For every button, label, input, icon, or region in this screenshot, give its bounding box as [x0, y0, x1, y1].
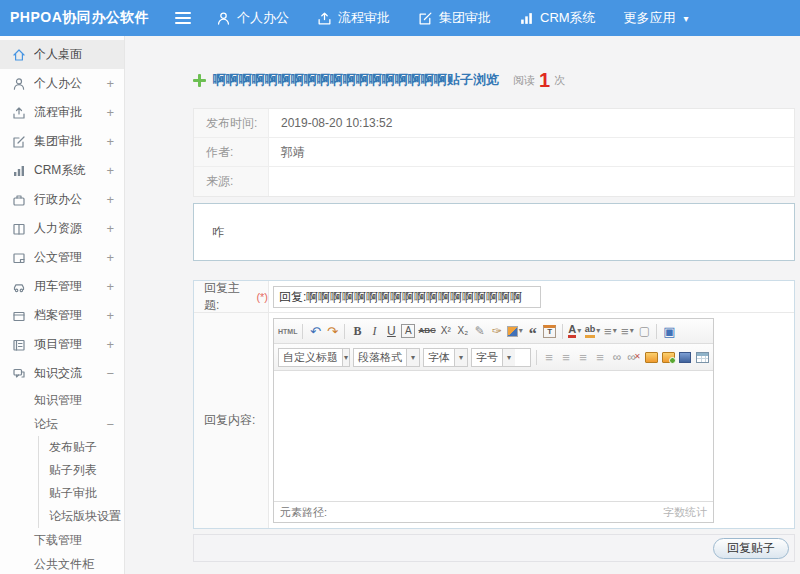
date-icon: T	[543, 325, 556, 338]
word-count-label[interactable]: 字数统计	[663, 505, 707, 520]
insert-table-button[interactable]	[695, 349, 709, 366]
workflow-icon	[12, 106, 26, 120]
editor-toolbar-row2: 自定义标题▾ 段落格式▾ 字体▾ 字号▾ ≡ ≡ ≡ ≡ ∞ ∞✕	[274, 344, 713, 371]
flash-icon	[662, 352, 675, 363]
topnav-label: 流程审批	[338, 9, 390, 27]
underline-button[interactable]: U	[384, 323, 398, 340]
eraser-icon[interactable]: ✎	[473, 323, 487, 340]
new-page-button[interactable]: ▢	[637, 323, 651, 340]
post-content-text: 咋	[212, 225, 224, 239]
align-right-button[interactable]: ≡	[576, 349, 590, 366]
italic-button[interactable]: I	[367, 323, 381, 340]
align-center-button[interactable]: ≡	[559, 349, 573, 366]
caret-down-icon: ▾	[630, 327, 634, 335]
topnav: 个人办公 流程审批 集团审批 CRM系统 更多应用 ▾	[216, 9, 689, 27]
sidebar-item-workflow-approval[interactable]: 流程审批 +	[0, 98, 124, 127]
sidebar-item-personal-office[interactable]: 个人办公 +	[0, 69, 124, 98]
expand-icon[interactable]: +	[102, 221, 114, 236]
reply-submit-button[interactable]: 回复贴子	[713, 538, 789, 559]
heading-select[interactable]: 自定义标题▾	[278, 348, 350, 367]
sidebar-subitem-knowledge-management[interactable]: 知识管理	[0, 388, 124, 412]
expand-icon[interactable]: +	[102, 308, 114, 323]
fullscreen-button[interactable]: ▣	[662, 323, 676, 340]
home-icon	[12, 48, 26, 62]
sidebar-subitem-forum[interactable]: 论坛 −	[0, 412, 124, 436]
font-family-select[interactable]: 字体▾	[423, 348, 468, 367]
highlight-color-button[interactable]: ab▾	[585, 323, 601, 340]
ordered-list-button[interactable]: ≡▾	[603, 323, 617, 340]
subscript-button[interactable]: X₂	[456, 323, 470, 340]
sidebar-item-archive-management[interactable]: 档案管理 +	[0, 301, 124, 330]
collapse-icon[interactable]: −	[102, 366, 114, 381]
sidebar-item-document-management[interactable]: 公文管理 +	[0, 243, 124, 272]
sidebar-subitem-topic-list[interactable]: 贴子列表	[39, 459, 124, 482]
add-icon[interactable]	[193, 74, 206, 87]
unordered-list-button[interactable]: ≡▾	[620, 323, 634, 340]
bold-button[interactable]: B	[350, 323, 364, 340]
topnav-workflow-approval[interactable]: 流程审批	[317, 9, 390, 27]
paragraph-format-select[interactable]: 段落格式▾	[353, 348, 420, 367]
sidebar-item-personal-desktop[interactable]: 个人桌面	[0, 40, 124, 69]
sidebar-item-knowledge-exchange[interactable]: 知识交流 −	[0, 359, 124, 388]
insert-date-button[interactable]: T	[543, 323, 557, 340]
blockquote-button[interactable]: “	[526, 323, 540, 340]
collapse-icon[interactable]: −	[102, 417, 114, 432]
required-mark: (*)	[256, 291, 268, 303]
expand-icon[interactable]: +	[102, 250, 114, 265]
reply-subject-input[interactable]	[273, 286, 541, 308]
superscript-button[interactable]: X²	[439, 323, 453, 340]
sidebar-subitem-public-file-cabinet[interactable]: 公共文件柜	[0, 552, 124, 574]
fill-color-button[interactable]: ▾	[507, 323, 523, 340]
expand-icon[interactable]: +	[102, 279, 114, 294]
table-icon	[696, 352, 709, 363]
expand-icon[interactable]: +	[102, 163, 114, 178]
editor-edit-area[interactable]	[274, 371, 713, 501]
insert-link-button[interactable]: ∞	[610, 349, 624, 366]
sidebar: 个人桌面 个人办公 + 流程审批 + 集团审批 + CRM系统 + 行政办公 +	[0, 36, 125, 574]
topnav-crm-system[interactable]: CRM系统	[519, 9, 596, 27]
expand-icon[interactable]: +	[102, 192, 114, 207]
hamburger-menu-icon[interactable]	[174, 9, 192, 28]
post-content-box: 咋	[193, 203, 795, 261]
remove-link-button[interactable]: ∞✕	[627, 349, 641, 366]
sidebar-subitem-forum-section-settings[interactable]: 论坛版块设置	[39, 505, 124, 528]
table-row-publish-time: 发布时间: 2019-08-20 10:13:52	[194, 109, 794, 138]
font-color-button[interactable]: A▾	[568, 323, 582, 340]
topnav-group-approval[interactable]: 集团审批	[418, 9, 491, 27]
sidebar-item-project-management[interactable]: 项目管理 +	[0, 330, 124, 359]
topnav-more-apps[interactable]: 更多应用 ▾	[624, 9, 689, 27]
sidebar-item-group-approval[interactable]: 集团审批 +	[0, 127, 124, 156]
sidebar-subitem-post-topic[interactable]: 发布贴子	[39, 436, 124, 459]
remove-format-button[interactable]: A	[401, 324, 415, 338]
sidebar-item-crm-system[interactable]: CRM系统 +	[0, 156, 124, 185]
sidebar-subitem-topic-approval[interactable]: 贴子审批	[39, 482, 124, 505]
expand-icon[interactable]: +	[102, 105, 114, 120]
caret-down-icon: ▾	[342, 349, 349, 366]
sidebar-item-admin-office[interactable]: 行政办公 +	[0, 185, 124, 214]
row-value	[269, 167, 794, 196]
toolbar-separator	[562, 324, 563, 339]
insert-image-button[interactable]	[644, 349, 658, 366]
editor-toolbar-row1: HTML ↶ ↷ B I U A ABC X² X₂ ✎ ✑	[274, 319, 713, 344]
strikethrough-button[interactable]: ABC	[418, 323, 435, 340]
insert-media-button[interactable]	[678, 349, 692, 366]
sidebar-item-vehicle-management[interactable]: 用车管理 +	[0, 272, 124, 301]
font-size-select[interactable]: 字号▾	[471, 348, 531, 367]
format-brush-icon[interactable]: ✑	[490, 323, 504, 340]
expand-icon[interactable]: +	[102, 76, 114, 91]
sidebar-item-human-resources[interactable]: 人力资源 +	[0, 214, 124, 243]
expand-icon[interactable]: +	[102, 134, 114, 149]
align-justify-button[interactable]: ≡	[593, 349, 607, 366]
topnav-personal-office[interactable]: 个人办公	[216, 9, 289, 27]
expand-icon[interactable]: +	[102, 337, 114, 352]
insert-flash-button[interactable]	[661, 349, 675, 366]
source-code-button[interactable]: HTML	[278, 323, 297, 340]
group-approval-icon	[418, 11, 433, 26]
redo-button[interactable]: ↷	[325, 323, 339, 340]
reply-subject-row: 回复主题: (*)	[194, 281, 794, 313]
undo-button[interactable]: ↶	[308, 323, 322, 340]
topbar: PHPOA协同办公软件 个人办公 流程审批 集团审批 CRM系统	[0, 0, 800, 36]
reply-content-cell: HTML ↶ ↷ B I U A ABC X² X₂ ✎ ✑	[269, 313, 794, 528]
align-left-button[interactable]: ≡	[542, 349, 556, 366]
sidebar-subitem-download-management[interactable]: 下载管理	[0, 528, 124, 552]
